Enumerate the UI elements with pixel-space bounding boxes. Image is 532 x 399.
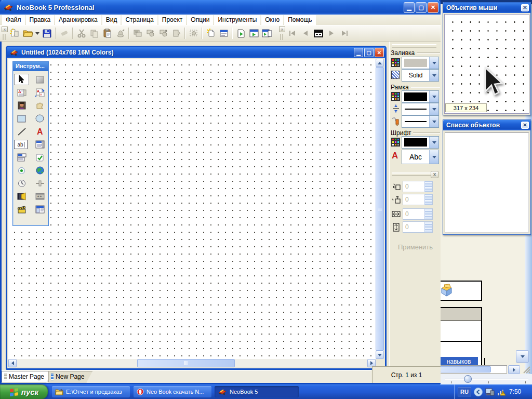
combo-arrow-button[interactable] xyxy=(429,70,438,81)
size-panel-close-icon[interactable]: x xyxy=(431,171,438,178)
main-title-bar[interactable]: NeoBook 5 Professional ▁ ▢ ✕ xyxy=(0,0,441,15)
page-properties-button[interactable] xyxy=(217,27,230,39)
menu-options[interactable]: Опции xyxy=(187,15,213,25)
first-page-button[interactable] xyxy=(286,27,299,39)
select-all-button[interactable] xyxy=(187,27,200,39)
menu-project[interactable]: Проект xyxy=(158,15,187,25)
animation-tool[interactable]: ✶✶ xyxy=(32,191,47,202)
spin-up-button[interactable] xyxy=(424,209,432,214)
cut-button[interactable] xyxy=(75,27,88,39)
toolbar-grip[interactable]: x xyxy=(1,26,8,40)
spin-up-button[interactable] xyxy=(424,194,432,200)
new-page-button[interactable] xyxy=(204,27,217,39)
web-browser-tool[interactable] xyxy=(32,165,47,176)
image-tool[interactable] xyxy=(14,100,29,111)
canvas-vscrollbar[interactable] xyxy=(376,59,384,359)
paste-button[interactable] xyxy=(101,27,114,39)
combo-arrow-button[interactable] xyxy=(429,103,438,115)
slider-track[interactable] xyxy=(445,379,528,380)
menu-file[interactable]: Файл xyxy=(2,15,25,25)
format-painter-button[interactable] xyxy=(114,27,127,39)
line-width-combo[interactable] xyxy=(402,103,439,115)
top-position-input[interactable]: 0 xyxy=(403,194,433,205)
menu-tools[interactable]: Инструменты xyxy=(214,15,260,25)
bg-vscroll-down-button[interactable] xyxy=(516,350,529,363)
scroll-up-button[interactable] xyxy=(376,59,384,67)
signal-warning-icon[interactable] xyxy=(497,388,506,396)
new-publication-button[interactable] xyxy=(8,27,21,39)
menu-edit[interactable]: Правка xyxy=(26,15,55,25)
spin-up-button[interactable] xyxy=(424,222,432,227)
ellipse-tool[interactable] xyxy=(32,113,47,124)
frame-color-combo[interactable] xyxy=(402,90,439,103)
objects-title-bar[interactable]: Список объектов ✕ xyxy=(443,120,530,130)
menu-window[interactable]: Окно xyxy=(261,15,283,25)
line-style-pen-icon[interactable] xyxy=(391,117,400,126)
color-palette-icon[interactable] xyxy=(391,58,400,67)
plugin-tool[interactable] xyxy=(32,100,47,111)
run-publication-button[interactable] xyxy=(247,27,260,39)
scroll-down-button[interactable] xyxy=(376,351,384,359)
bg-hscroll-thumb[interactable] xyxy=(440,366,491,373)
height-input[interactable]: 0 xyxy=(403,221,433,233)
shift-forward-button[interactable] xyxy=(157,27,170,39)
bring-to-front-button[interactable] xyxy=(131,27,144,39)
combo-arrow-button[interactable] xyxy=(429,91,438,102)
tab-new-page[interactable]: New Page xyxy=(48,371,92,382)
taskbar-button-folder[interactable]: Е:\Отчет и предзаказ xyxy=(52,386,130,397)
video-tool[interactable] xyxy=(14,204,29,215)
import-article-tool[interactable]: AA xyxy=(32,87,47,98)
select-tool[interactable] xyxy=(14,74,29,85)
font-tool-icon[interactable]: A xyxy=(392,151,398,161)
radio-button-tool[interactable] xyxy=(14,165,29,176)
line-tool[interactable] xyxy=(14,126,29,137)
toolbar-close-icon[interactable]: x xyxy=(2,26,8,32)
style-tool[interactable] xyxy=(32,74,47,85)
hide-icons-chevron-icon[interactable] xyxy=(474,388,483,396)
listbox-tool[interactable] xyxy=(32,139,47,150)
open-dropdown-arrow[interactable] xyxy=(34,27,41,39)
combo-arrow-button[interactable] xyxy=(429,137,438,148)
page-transition-button[interactable] xyxy=(170,27,183,39)
document-title-bar[interactable]: Untitled (532x399 16M Colors) ▁ ▢ ✕ xyxy=(7,47,385,58)
spin-up-button[interactable] xyxy=(424,181,432,187)
checkbox-tool[interactable] xyxy=(32,152,47,163)
width-input[interactable]: 0 xyxy=(403,208,433,220)
start-button[interactable]: пуск xyxy=(0,384,48,399)
save-button[interactable] xyxy=(41,27,54,39)
network-monitor-icon[interactable] xyxy=(485,388,495,396)
slider-thumb[interactable] xyxy=(464,375,472,383)
close-button[interactable]: ✕ xyxy=(428,2,438,13)
slider-tool[interactable] xyxy=(32,178,47,189)
font-face-combo[interactable]: Abc xyxy=(402,150,439,164)
canvas-hscrollbar[interactable] xyxy=(8,359,376,367)
object-list[interactable] xyxy=(445,132,529,233)
maximize-button[interactable]: ▢ xyxy=(416,2,427,13)
combo-arrow-button[interactable] xyxy=(429,150,438,164)
taskbar-button-neobook[interactable]: NeoBook 5 xyxy=(215,386,299,397)
page-canvas[interactable] xyxy=(8,59,376,359)
spin-down-button[interactable] xyxy=(424,200,432,205)
tab-master-page[interactable]: Master Page xyxy=(2,371,52,382)
doc-maximize-button[interactable]: ▢ xyxy=(364,48,374,57)
copy-button[interactable] xyxy=(88,27,101,39)
minimize-button[interactable]: ▁ xyxy=(404,2,415,13)
spin-down-button[interactable] xyxy=(424,227,432,232)
lens-close-icon[interactable]: ✕ xyxy=(521,4,529,11)
line-width-icon[interactable] xyxy=(392,104,400,113)
text-entry-tool[interactable]: ab xyxy=(14,140,28,149)
menu-help[interactable]: Помощь xyxy=(284,15,315,25)
tool-palette-title[interactable]: Инструм... xyxy=(13,62,48,71)
menu-view[interactable]: Вид xyxy=(102,15,121,25)
previous-page-button[interactable] xyxy=(299,27,312,39)
combobox-tool[interactable] xyxy=(14,152,29,163)
container-tool[interactable] xyxy=(32,204,47,215)
run-from-current-page-button[interactable] xyxy=(260,27,273,39)
send-to-back-button[interactable] xyxy=(144,27,157,39)
doc-minimize-button[interactable]: ▁ xyxy=(354,48,363,57)
scroll-left-button[interactable] xyxy=(8,359,17,367)
panel-grip[interactable] xyxy=(392,44,436,48)
run-page-button[interactable] xyxy=(234,27,247,39)
nav-toolbar-close-icon[interactable]: x xyxy=(279,26,285,32)
font-color-combo[interactable] xyxy=(402,136,439,149)
